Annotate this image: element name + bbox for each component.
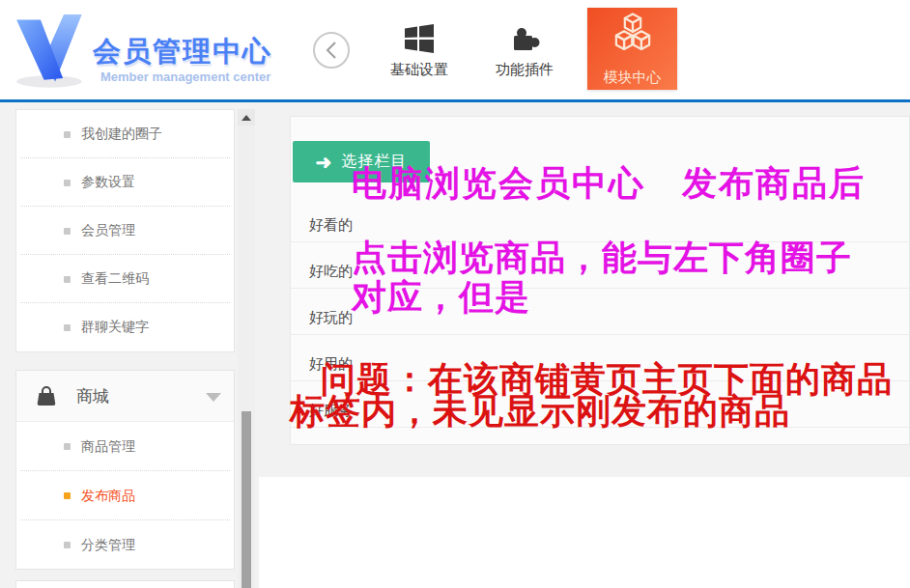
scroll-up-button[interactable]	[238, 109, 255, 126]
sidebar-item-category-management[interactable]: 分类管理	[16, 520, 234, 570]
bullet-icon	[64, 324, 71, 331]
app-logo: 会员管理中心 Member management center	[8, 6, 298, 95]
bullet-icon	[64, 131, 71, 138]
sidebar-item-my-circles[interactable]: 我创建的圈子	[16, 110, 234, 158]
puzzle-icon	[483, 19, 566, 58]
category-row[interactable]: 好看的	[291, 196, 909, 242]
bullet-icon	[64, 443, 71, 450]
sidebar-item-label: 分类管理	[81, 537, 135, 554]
app-subtitle: Member management center	[100, 70, 270, 84]
sidebar-item-label: 参数设置	[81, 174, 135, 191]
shopping-bag-icon	[35, 383, 58, 408]
scrollbar-thumb[interactable]	[242, 411, 251, 588]
back-button[interactable]	[313, 32, 350, 69]
nav-label: 基础设置	[378, 61, 461, 79]
bullet-icon	[64, 180, 71, 186]
mall-section-title: 商城	[76, 385, 109, 407]
category-label: 好吃的	[309, 263, 353, 281]
sidebar-item-label: 会员管理	[81, 222, 135, 239]
sidebar-item-label: 我创建的圈子	[81, 126, 162, 143]
app-title: 会员管理中心	[93, 33, 272, 71]
cubes-icon	[599, 8, 667, 68]
sidebar-scrollbar[interactable]	[238, 109, 255, 588]
sidebar-next-card	[15, 580, 235, 588]
logo-v-icon	[10, 8, 87, 93]
windows-grid-icon	[378, 19, 461, 58]
sidebar-item-member-management[interactable]: 会员管理	[16, 207, 234, 255]
sidebar-item-publish-product[interactable]: 发布商品	[16, 471, 234, 520]
nav-item-plugins[interactable]: 功能插件	[483, 19, 566, 83]
sidebar-item-group-keywords[interactable]: 群聊关键字	[16, 303, 234, 351]
app-window: 会员管理中心 Member management center 基础设置	[0, 0, 910, 588]
sidebar-item-view-qrcode[interactable]: 查看二维码	[16, 255, 234, 303]
sidebar-item-parameter-settings[interactable]: 参数设置	[16, 158, 234, 207]
category-label: 好看的	[309, 216, 353, 235]
annotation-magenta-block: 点击浏览商品，能与左下角圈子对应，但是	[352, 238, 852, 317]
nav-label: 功能插件	[483, 61, 566, 79]
nav-label: 模块中心	[604, 69, 662, 87]
arrow-right-icon: ➜	[316, 153, 332, 172]
sidebar-item-label: 发布商品	[81, 488, 135, 505]
sidebar-item-product-management[interactable]: 商品管理	[16, 422, 234, 471]
sidebar-mall-card: 商城 商品管理 发布商品 分类管理	[15, 370, 235, 570]
chevron-left-icon	[325, 41, 338, 60]
nav-item-basic-settings[interactable]: 基础设置	[378, 19, 461, 83]
annotation-magenta-line1: 电脑浏览会员中心 发布商品后	[352, 165, 866, 200]
header: 会员管理中心 Member management center 基础设置	[0, 0, 910, 99]
bullet-icon	[64, 542, 71, 548]
sidebar-menu-card: 我创建的圈子 参数设置 会员管理 查看二维码 群聊关键字	[15, 109, 235, 352]
annotation-red-line2: 标签内，未见显示刚发布的商品	[290, 393, 790, 428]
triangle-up-icon	[242, 115, 251, 121]
sidebar-item-label: 群聊关键字	[81, 319, 149, 336]
sidebar-item-label: 查看二维码	[81, 270, 149, 288]
chevron-down-icon[interactable]	[206, 393, 221, 402]
sidebar-section-mall[interactable]: 商城	[16, 371, 234, 422]
category-label: 好玩的	[309, 309, 353, 327]
sidebar-item-label: 商品管理	[81, 438, 135, 456]
bullet-icon	[64, 228, 71, 235]
bullet-icon	[64, 276, 71, 283]
bullet-icon	[64, 492, 71, 499]
nav-item-module-center[interactable]: 模块中心	[587, 8, 677, 90]
